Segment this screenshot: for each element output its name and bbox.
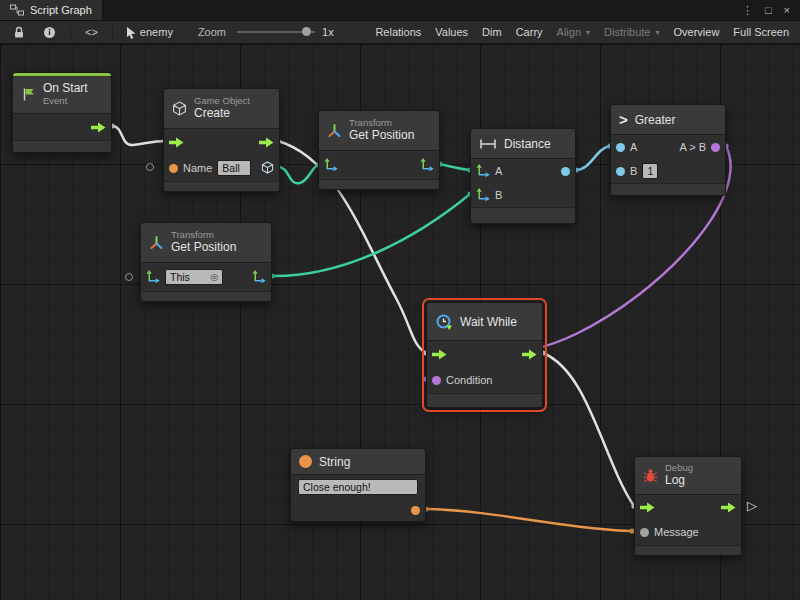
port-row <box>635 495 741 519</box>
node-title: Get Position <box>349 129 414 143</box>
node-footer <box>635 545 741 555</box>
inspect-button[interactable] <box>34 21 65 43</box>
overview-label: Overview <box>674 26 720 38</box>
string-value-field[interactable]: Close enough! <box>298 479 418 495</box>
port-label: Name <box>183 162 212 174</box>
node-header: Transform Get Position <box>319 111 439 151</box>
wire-object-create-to-getposition[interactable] <box>275 161 322 183</box>
port-indicator <box>146 163 154 171</box>
node-footer <box>427 393 542 407</box>
string-in-port[interactable] <box>169 164 178 173</box>
float-a-port[interactable] <box>616 143 625 152</box>
lock-button[interactable] <box>4 21 34 43</box>
vector-b-port[interactable] <box>476 188 490 203</box>
name-field[interactable]: Ball <box>217 160 251 176</box>
distance-icon <box>479 138 497 150</box>
node-on-start[interactable]: On Start Event <box>12 72 112 153</box>
node-header: On Start Event <box>13 76 111 114</box>
zoom-slider[interactable] <box>237 31 315 33</box>
port-row: B <box>471 183 575 207</box>
port-row <box>291 499 425 521</box>
close-icon[interactable]: × <box>784 4 790 16</box>
node-header: Transform Get Position <box>141 223 271 263</box>
dim-button[interactable]: Dim <box>475 21 509 43</box>
wait-clock-icon <box>435 313 453 331</box>
float-b-port[interactable] <box>616 167 625 176</box>
node-footer <box>471 207 575 223</box>
target-field[interactable]: This ◎ <box>165 269 223 285</box>
flow-out-port[interactable] <box>721 502 736 513</box>
wire-string-string-to-log[interactable] <box>423 506 634 533</box>
node-header: Distance <box>471 129 575 159</box>
zoom-slider-knob[interactable] <box>302 27 311 36</box>
wire-vector-getposition-to-distance-b[interactable] <box>269 191 472 278</box>
node-string[interactable]: String Close enough! <box>290 448 426 522</box>
flow-in-port[interactable] <box>640 502 655 513</box>
transform-icon <box>149 235 164 250</box>
values-button[interactable]: Values <box>428 21 475 43</box>
node-get-position-ball[interactable]: Transform Get Position <box>318 110 440 190</box>
code-icon: <> <box>85 26 98 38</box>
vector-out-port[interactable] <box>252 270 266 285</box>
b-value-field[interactable]: 1 <box>642 163 658 179</box>
node-distance[interactable]: Distance A B <box>470 128 576 224</box>
node-debug-log[interactable]: Debug Log Message <box>634 456 742 556</box>
wire-vector-getposition-to-distance-a[interactable] <box>437 161 472 172</box>
wire-flow-waitwhile-to-log[interactable] <box>540 350 636 508</box>
condition-port[interactable] <box>432 376 441 385</box>
window-menu-icon[interactable]: ⋮ <box>742 4 753 17</box>
distribute-button[interactable]: Distribute ▾ <box>597 21 666 43</box>
carry-button[interactable]: Carry <box>509 21 550 43</box>
window-controls: ⋮ □ × <box>742 4 800 17</box>
graph-canvas[interactable]: On Start Event Game Object Create Name B… <box>0 44 800 600</box>
graph-breadcrumb[interactable]: enemy <box>118 21 180 43</box>
bool-out-port[interactable] <box>711 143 720 152</box>
vector-out-port[interactable] <box>420 158 434 173</box>
node-title: Create <box>194 107 250 121</box>
node-create[interactable]: Game Object Create Name Ball <box>163 88 280 192</box>
flow-out-port[interactable] <box>91 122 106 133</box>
message-port[interactable] <box>640 528 649 537</box>
target-field-value: This <box>170 270 190 284</box>
object-picker-icon[interactable]: ◎ <box>210 270 218 284</box>
node-title: Distance <box>504 137 551 151</box>
port-row <box>427 341 542 367</box>
flow-out-port[interactable] <box>522 349 537 360</box>
window-titlebar: Script Graph ⋮ □ × <box>0 0 800 21</box>
wire-flow-onstart-to-create[interactable] <box>109 123 167 145</box>
string-out-port[interactable] <box>411 506 420 515</box>
edit-graph-button[interactable]: <> <box>76 21 107 43</box>
node-footer <box>611 183 725 195</box>
node-get-position-self[interactable]: Transform Get Position This ◎ <box>140 222 272 302</box>
values-label: Values <box>435 26 468 38</box>
overview-button[interactable]: Overview <box>667 21 727 43</box>
port-row: A A > B <box>611 135 725 159</box>
relations-button[interactable]: Relations <box>368 21 428 43</box>
flow-in-port[interactable] <box>432 349 447 360</box>
carry-label: Carry <box>516 26 543 38</box>
chevron-down-icon: ▾ <box>656 28 660 37</box>
tab-script-graph[interactable]: Script Graph <box>0 0 103 20</box>
node-title: String <box>319 455 350 469</box>
fullscreen-button[interactable]: Full Screen <box>726 21 796 43</box>
pointer-icon <box>125 26 137 39</box>
transform-in-port[interactable] <box>324 158 338 173</box>
align-button[interactable]: Align ▾ <box>550 21 597 43</box>
toolbar-separator <box>70 26 71 39</box>
gameobject-out-port[interactable] <box>261 161 274 176</box>
wire-float-distance-to-greater[interactable] <box>573 143 612 172</box>
maximize-icon[interactable]: □ <box>765 4 772 16</box>
string-icon <box>299 455 312 468</box>
port-label: Condition <box>446 374 492 386</box>
flow-out-port[interactable] <box>259 137 274 148</box>
node-header: String <box>291 449 425 475</box>
node-wait-while[interactable]: Wait While Condition <box>426 302 543 408</box>
vector-a-port[interactable] <box>476 164 490 179</box>
flow-in-port[interactable] <box>169 137 184 148</box>
transform-in-port[interactable] <box>146 270 160 285</box>
align-label: Align <box>557 26 581 38</box>
port-row: Name Ball <box>164 155 279 181</box>
float-out-port[interactable] <box>561 167 570 176</box>
node-greater[interactable]: > Greater A A > B B 1 <box>610 104 726 196</box>
transform-icon <box>327 123 342 138</box>
